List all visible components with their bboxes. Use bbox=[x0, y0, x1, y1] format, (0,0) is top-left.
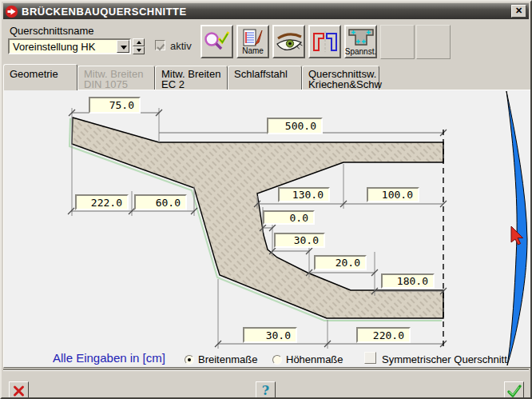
arrow-down-icon bbox=[137, 49, 141, 52]
dim-input-bottom-inner[interactable] bbox=[381, 273, 435, 289]
two-sections-icon bbox=[311, 30, 339, 54]
tab-querschnittswerte[interactable]: Querschnittsw. Kriechen&Schw bbox=[302, 66, 379, 90]
window-title: BRÜCKENBAUQUERSCHNITTE bbox=[22, 6, 511, 18]
section-name-label: Querschnittsname bbox=[10, 25, 94, 37]
dim-input-web-taper-lower[interactable] bbox=[314, 255, 367, 270]
blue-nav-arrow[interactable] bbox=[506, 91, 527, 365]
symmetric-checkbox[interactable] bbox=[364, 352, 376, 364]
radio-selected-dot bbox=[188, 358, 191, 361]
spinner-down-button[interactable] bbox=[133, 46, 145, 54]
document-pencil-icon bbox=[243, 29, 264, 46]
aktiv-label: aktiv bbox=[170, 40, 192, 52]
arrow-up-icon bbox=[137, 41, 141, 44]
dim-input-web-top-offset[interactable] bbox=[263, 210, 315, 225]
help-icon: ? bbox=[262, 383, 269, 398]
radio-breitenmasse-label: Breitenmaße bbox=[198, 353, 257, 365]
dim-input-bottom-taper[interactable] bbox=[243, 327, 297, 343]
name-button[interactable]: Name bbox=[236, 25, 269, 58]
cancel-button[interactable] bbox=[9, 381, 29, 399]
view-eye-button[interactable] bbox=[272, 25, 305, 58]
dim-input-haunch[interactable] bbox=[278, 187, 330, 202]
combobox-dropdown-button[interactable] bbox=[117, 40, 129, 53]
spinner-up-button[interactable] bbox=[133, 38, 145, 46]
empty-toolbar-slot bbox=[416, 25, 451, 59]
dim-input-half-width-top[interactable] bbox=[267, 118, 323, 134]
tab-schlaffstahl[interactable]: Schlaffstahl bbox=[228, 66, 302, 90]
title-bar: BRÜCKENBAUQUERSCHNITTE ✕ bbox=[3, 3, 529, 19]
tab-mitw-breiten-din1075: Mitw. Breiten DIN 1075 bbox=[77, 66, 155, 90]
magnifier-check-icon bbox=[203, 30, 231, 54]
spannst-button-label: Spannst. bbox=[345, 48, 376, 56]
dim-input-overhang-taper[interactable] bbox=[134, 194, 187, 210]
dim-input-overhang[interactable] bbox=[75, 194, 129, 210]
tendon-section-icon bbox=[347, 27, 375, 47]
unit-note: Alle Eingaben in [cm] bbox=[53, 351, 165, 365]
chevron-down-icon bbox=[121, 46, 127, 50]
spannst-button[interactable]: Spannst. bbox=[344, 25, 377, 58]
empty-toolbar-slot bbox=[380, 25, 415, 59]
section-spinner bbox=[133, 38, 145, 54]
radio-breitenmasse[interactable] bbox=[185, 355, 194, 365]
dim-input-bottom-outer[interactable] bbox=[356, 327, 411, 343]
combobox-value: Voreinstellung HK bbox=[13, 41, 95, 53]
radio-hoehenmasse[interactable] bbox=[272, 355, 282, 365]
gray-check-icon bbox=[156, 42, 165, 52]
compare-sections-button[interactable] bbox=[308, 25, 341, 58]
close-icon: ✕ bbox=[515, 6, 522, 15]
red-x-icon bbox=[12, 385, 26, 397]
view-check-button[interactable] bbox=[200, 25, 233, 58]
ok-button[interactable] bbox=[504, 381, 524, 399]
tab-geometrie[interactable]: Geometrie bbox=[3, 64, 77, 90]
dim-input-deck-inner[interactable] bbox=[367, 187, 419, 202]
symmetric-checkbox-label: Symmetrischer Querschnitt bbox=[382, 353, 507, 365]
bridge-cross-section-dialog: BRÜCKENBAUQUERSCHNITTE ✕ Querschnittsnam… bbox=[0, 0, 532, 399]
help-button[interactable]: ? bbox=[256, 381, 276, 399]
green-check-icon bbox=[506, 384, 522, 397]
radio-hoehenmasse-label: Höhenmaße bbox=[286, 353, 343, 365]
eye-icon bbox=[275, 31, 304, 53]
tab-mitw-breiten-ec2[interactable]: Mitw. Breiten EC 2 bbox=[155, 66, 228, 90]
aktiv-checkbox bbox=[155, 40, 165, 50]
section-name-combobox[interactable]: Voreinstellung HK bbox=[8, 38, 131, 54]
dim-input-web-taper-upper[interactable] bbox=[274, 233, 325, 248]
name-button-label: Name bbox=[242, 47, 264, 55]
dim-input-top-overhang[interactable] bbox=[89, 97, 141, 114]
close-button[interactable]: ✕ bbox=[511, 5, 526, 18]
app-red-arrow-icon bbox=[6, 6, 18, 18]
bottom-button-bar: ? bbox=[3, 370, 529, 399]
